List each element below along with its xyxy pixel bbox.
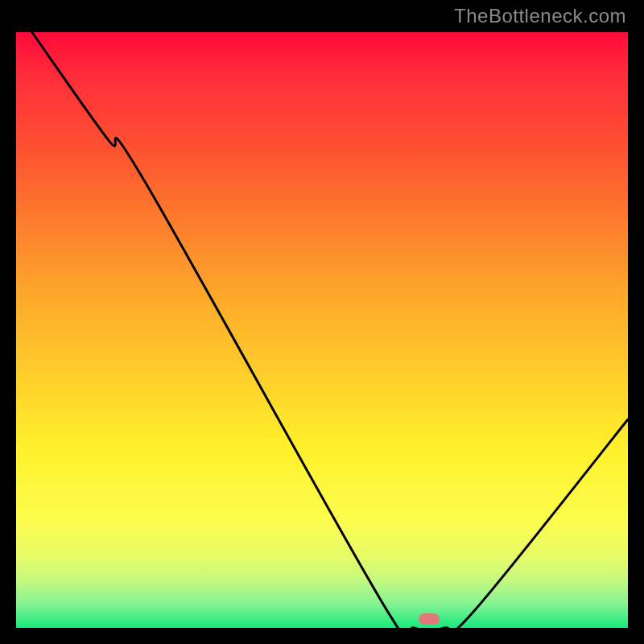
bottleneck-curve [16, 32, 628, 628]
frame-left [0, 0, 16, 644]
frame-right [628, 0, 644, 644]
chart-container: TheBottleneck.com [0, 0, 644, 644]
frame-bottom [0, 628, 644, 644]
watermark-text: TheBottleneck.com [454, 5, 626, 27]
optimal-marker [419, 613, 440, 625]
